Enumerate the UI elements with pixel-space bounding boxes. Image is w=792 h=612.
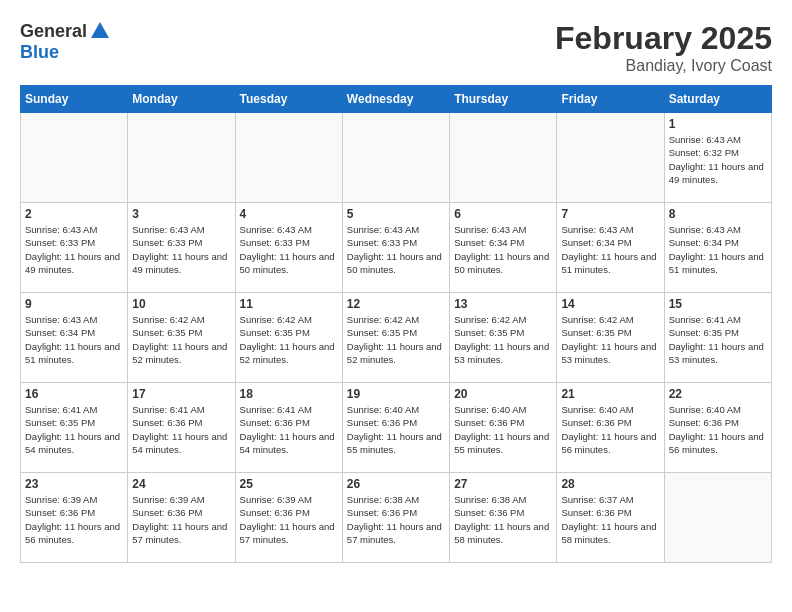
day-info: Sunrise: 6:43 AMSunset: 6:34 PMDaylight:… [669,223,767,276]
table-row: 9Sunrise: 6:43 AMSunset: 6:34 PMDaylight… [21,293,128,383]
day-info: Sunrise: 6:42 AMSunset: 6:35 PMDaylight:… [454,313,552,366]
header-saturday: Saturday [664,86,771,113]
calendar-week-row: 16Sunrise: 6:41 AMSunset: 6:35 PMDayligh… [21,383,772,473]
day-info: Sunrise: 6:37 AMSunset: 6:36 PMDaylight:… [561,493,659,546]
day-number: 3 [132,207,230,221]
day-number: 12 [347,297,445,311]
day-info: Sunrise: 6:43 AMSunset: 6:33 PMDaylight:… [240,223,338,276]
day-info: Sunrise: 6:41 AMSunset: 6:36 PMDaylight:… [240,403,338,456]
calendar-subtitle: Bandiay, Ivory Coast [555,57,772,75]
day-info: Sunrise: 6:43 AMSunset: 6:33 PMDaylight:… [347,223,445,276]
table-row: 21Sunrise: 6:40 AMSunset: 6:36 PMDayligh… [557,383,664,473]
calendar-table: Sunday Monday Tuesday Wednesday Thursday… [20,85,772,563]
table-row [128,113,235,203]
day-number: 24 [132,477,230,491]
table-row: 17Sunrise: 6:41 AMSunset: 6:36 PMDayligh… [128,383,235,473]
day-number: 13 [454,297,552,311]
day-number: 18 [240,387,338,401]
table-row: 12Sunrise: 6:42 AMSunset: 6:35 PMDayligh… [342,293,449,383]
day-number: 28 [561,477,659,491]
day-number: 8 [669,207,767,221]
logo-general-text: General [20,21,87,42]
calendar-week-row: 2Sunrise: 6:43 AMSunset: 6:33 PMDaylight… [21,203,772,293]
table-row: 11Sunrise: 6:42 AMSunset: 6:35 PMDayligh… [235,293,342,383]
table-row [235,113,342,203]
table-row: 13Sunrise: 6:42 AMSunset: 6:35 PMDayligh… [450,293,557,383]
day-number: 14 [561,297,659,311]
day-number: 1 [669,117,767,131]
calendar-week-row: 23Sunrise: 6:39 AMSunset: 6:36 PMDayligh… [21,473,772,563]
logo-icon [89,20,111,42]
table-row: 27Sunrise: 6:38 AMSunset: 6:36 PMDayligh… [450,473,557,563]
day-number: 16 [25,387,123,401]
table-row: 7Sunrise: 6:43 AMSunset: 6:34 PMDaylight… [557,203,664,293]
day-number: 21 [561,387,659,401]
table-row [342,113,449,203]
table-row [450,113,557,203]
calendar-week-row: 1Sunrise: 6:43 AMSunset: 6:32 PMDaylight… [21,113,772,203]
day-info: Sunrise: 6:39 AMSunset: 6:36 PMDaylight:… [240,493,338,546]
day-number: 4 [240,207,338,221]
table-row: 4Sunrise: 6:43 AMSunset: 6:33 PMDaylight… [235,203,342,293]
day-info: Sunrise: 6:41 AMSunset: 6:35 PMDaylight:… [25,403,123,456]
day-info: Sunrise: 6:40 AMSunset: 6:36 PMDaylight:… [561,403,659,456]
table-row: 23Sunrise: 6:39 AMSunset: 6:36 PMDayligh… [21,473,128,563]
day-number: 19 [347,387,445,401]
day-number: 6 [454,207,552,221]
table-row: 1Sunrise: 6:43 AMSunset: 6:32 PMDaylight… [664,113,771,203]
day-info: Sunrise: 6:39 AMSunset: 6:36 PMDaylight:… [132,493,230,546]
day-number: 26 [347,477,445,491]
day-info: Sunrise: 6:43 AMSunset: 6:33 PMDaylight:… [25,223,123,276]
table-row: 24Sunrise: 6:39 AMSunset: 6:36 PMDayligh… [128,473,235,563]
day-number: 20 [454,387,552,401]
title-area: February 2025 Bandiay, Ivory Coast [555,20,772,75]
day-info: Sunrise: 6:43 AMSunset: 6:32 PMDaylight:… [669,133,767,186]
table-row: 26Sunrise: 6:38 AMSunset: 6:36 PMDayligh… [342,473,449,563]
table-row [21,113,128,203]
svg-marker-0 [91,22,109,38]
day-info: Sunrise: 6:40 AMSunset: 6:36 PMDaylight:… [669,403,767,456]
table-row: 14Sunrise: 6:42 AMSunset: 6:35 PMDayligh… [557,293,664,383]
day-number: 22 [669,387,767,401]
day-info: Sunrise: 6:42 AMSunset: 6:35 PMDaylight:… [240,313,338,366]
day-info: Sunrise: 6:41 AMSunset: 6:35 PMDaylight:… [669,313,767,366]
table-row: 25Sunrise: 6:39 AMSunset: 6:36 PMDayligh… [235,473,342,563]
day-info: Sunrise: 6:40 AMSunset: 6:36 PMDaylight:… [347,403,445,456]
day-info: Sunrise: 6:39 AMSunset: 6:36 PMDaylight:… [25,493,123,546]
day-number: 5 [347,207,445,221]
table-row: 20Sunrise: 6:40 AMSunset: 6:36 PMDayligh… [450,383,557,473]
logo: General Blue [20,20,113,63]
table-row: 8Sunrise: 6:43 AMSunset: 6:34 PMDaylight… [664,203,771,293]
day-info: Sunrise: 6:43 AMSunset: 6:34 PMDaylight:… [454,223,552,276]
calendar-week-row: 9Sunrise: 6:43 AMSunset: 6:34 PMDaylight… [21,293,772,383]
table-row: 16Sunrise: 6:41 AMSunset: 6:35 PMDayligh… [21,383,128,473]
day-info: Sunrise: 6:43 AMSunset: 6:34 PMDaylight:… [25,313,123,366]
day-number: 9 [25,297,123,311]
header-monday: Monday [128,86,235,113]
header-sunday: Sunday [21,86,128,113]
day-number: 17 [132,387,230,401]
table-row: 22Sunrise: 6:40 AMSunset: 6:36 PMDayligh… [664,383,771,473]
table-row: 5Sunrise: 6:43 AMSunset: 6:33 PMDaylight… [342,203,449,293]
table-row: 19Sunrise: 6:40 AMSunset: 6:36 PMDayligh… [342,383,449,473]
day-info: Sunrise: 6:40 AMSunset: 6:36 PMDaylight:… [454,403,552,456]
table-row: 28Sunrise: 6:37 AMSunset: 6:36 PMDayligh… [557,473,664,563]
day-number: 15 [669,297,767,311]
day-info: Sunrise: 6:42 AMSunset: 6:35 PMDaylight:… [132,313,230,366]
day-number: 7 [561,207,659,221]
day-info: Sunrise: 6:42 AMSunset: 6:35 PMDaylight:… [561,313,659,366]
header: General Blue February 2025 Bandiay, Ivor… [20,20,772,75]
day-number: 27 [454,477,552,491]
table-row [557,113,664,203]
header-wednesday: Wednesday [342,86,449,113]
table-row: 2Sunrise: 6:43 AMSunset: 6:33 PMDaylight… [21,203,128,293]
table-row: 6Sunrise: 6:43 AMSunset: 6:34 PMDaylight… [450,203,557,293]
header-thursday: Thursday [450,86,557,113]
table-row [664,473,771,563]
day-info: Sunrise: 6:43 AMSunset: 6:34 PMDaylight:… [561,223,659,276]
table-row: 15Sunrise: 6:41 AMSunset: 6:35 PMDayligh… [664,293,771,383]
table-row: 10Sunrise: 6:42 AMSunset: 6:35 PMDayligh… [128,293,235,383]
day-number: 10 [132,297,230,311]
header-tuesday: Tuesday [235,86,342,113]
day-info: Sunrise: 6:38 AMSunset: 6:36 PMDaylight:… [454,493,552,546]
